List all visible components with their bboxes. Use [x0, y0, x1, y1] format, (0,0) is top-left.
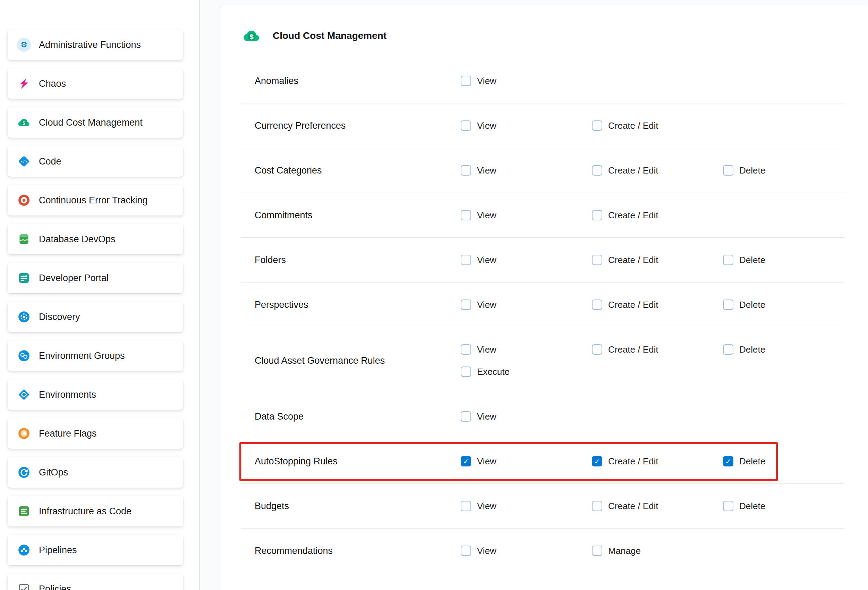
permission-delete[interactable]: Delete [723, 164, 854, 177]
resource-name: Cost Categories [241, 164, 461, 177]
permission-options: View [461, 75, 854, 87]
permission-view[interactable]: View [461, 164, 592, 177]
checkbox-view[interactable] [461, 546, 471, 556]
checkbox-manage[interactable] [592, 546, 602, 556]
checkbox-delete[interactable] [723, 165, 734, 176]
checkbox-execute[interactable] [461, 367, 471, 377]
sidebar-item-database-devops[interactable]: Database DevOps [7, 224, 183, 254]
checkbox-view[interactable] [461, 501, 471, 511]
checkbox-delete[interactable] [723, 255, 734, 265]
permission-manage[interactable]: Manage [592, 544, 723, 557]
resource-name: AutoStopping Rules [241, 455, 461, 467]
permission-delete[interactable]: Delete [723, 343, 854, 356]
checkbox-delete[interactable] [723, 344, 734, 355]
sidebar-item-infrastructure-as-code[interactable]: Infrastructure as Code [7, 496, 183, 526]
policies-icon [17, 582, 31, 590]
permission-view[interactable]: View [461, 343, 592, 356]
sidebar-item-feature-flags[interactable]: Feature Flags [7, 418, 183, 449]
permission-view[interactable]: View [461, 209, 592, 222]
permission-view[interactable]: View [461, 544, 592, 557]
permission-options: ViewCreate / EditDeleteExecute [461, 343, 854, 378]
sidebar-item-label: Chaos [39, 78, 66, 89]
resource-name: Perspectives [241, 299, 461, 311]
permission-create-edit[interactable]: Create / Edit [592, 120, 723, 132]
permission-label: Create / Edit [608, 209, 658, 222]
resource-name: Cloud Asset Governance Rules [241, 354, 461, 367]
permission-create-edit[interactable]: Create / Edit [592, 500, 723, 512]
checkbox-create-edit[interactable] [592, 255, 602, 265]
checkbox-view[interactable] [461, 255, 471, 265]
checkbox-create-edit[interactable] [592, 210, 602, 220]
checkbox-view[interactable] [461, 300, 471, 310]
checkbox-view[interactable] [461, 411, 471, 422]
permission-options: ViewCreate / EditDelete [461, 455, 854, 467]
sidebar-item-continuous-error-tracking[interactable]: Continuous Error Tracking [7, 185, 183, 216]
sidebar-item-pipelines[interactable]: Pipelines [7, 535, 183, 565]
permission-create-edit[interactable]: Create / Edit [592, 254, 723, 266]
sidebar-item-environment-groups[interactable]: Environment Groups [7, 340, 183, 371]
permission-create-edit[interactable]: Create / Edit [592, 299, 723, 311]
permission-options: ViewCreate / Edit [461, 209, 854, 222]
sidebar-item-label: Database DevOps [39, 234, 115, 245]
permission-label: Create / Edit [608, 343, 658, 356]
permission-row-autostopping-rules: AutoStopping RulesViewCreate / EditDelet… [241, 439, 844, 484]
sidebar-item-discovery[interactable]: Discovery [7, 302, 183, 332]
sidebar-item-developer-portal[interactable]: Developer Portal [7, 263, 183, 293]
sidebar-item-administrative-functions[interactable]: ⚙Administrative Functions [7, 30, 183, 60]
permission-create-edit[interactable]: Create / Edit [592, 455, 723, 467]
permission-label: View [477, 75, 496, 87]
sidebar-item-gitops[interactable]: GitOps [7, 457, 183, 488]
permission-delete[interactable]: Delete [723, 299, 854, 311]
checkbox-create-edit[interactable] [592, 456, 602, 466]
permission-row-currency-preferences: Currency PreferencesViewCreate / Edit [241, 104, 844, 148]
checkbox-create-edit[interactable] [592, 165, 602, 176]
checkbox-view[interactable] [461, 75, 471, 86]
sidebar-item-label: Continuous Error Tracking [39, 195, 148, 206]
sidebar-item-cloud-cost-management[interactable]: $Cloud Cost Management [7, 107, 183, 138]
permission-options: ViewCreate / EditDelete [461, 254, 854, 266]
permission-view[interactable]: View [461, 500, 592, 512]
permission-execute[interactable]: Execute [461, 365, 592, 378]
permission-view[interactable]: View [461, 75, 592, 87]
sidebar-item-code[interactable]: </>Code [7, 146, 183, 177]
checkbox-view[interactable] [461, 456, 471, 466]
permission-view[interactable]: View [461, 254, 592, 266]
permission-delete[interactable]: Delete [723, 254, 854, 266]
permission-label: View [477, 500, 496, 512]
permission-row-commitments: CommitmentsViewCreate / Edit [241, 193, 844, 238]
permission-create-edit[interactable]: Create / Edit [592, 343, 723, 356]
permission-view[interactable]: View [461, 120, 592, 132]
checkbox-view[interactable] [461, 165, 471, 176]
permission-view[interactable]: View [461, 299, 592, 311]
sidebar-item-policies[interactable]: Policies [7, 574, 183, 590]
checkbox-delete[interactable] [723, 300, 734, 310]
permission-label: Create / Edit [608, 120, 658, 132]
permission-row-data-scope: Data ScopeView [241, 394, 844, 439]
checkbox-view[interactable] [461, 344, 471, 355]
permission-view[interactable]: View [461, 455, 592, 467]
permission-options: ViewCreate / EditDelete [461, 500, 854, 512]
checkbox-view[interactable] [461, 120, 471, 131]
checkbox-create-edit[interactable] [592, 300, 602, 310]
permission-create-edit[interactable]: Create / Edit [592, 164, 723, 177]
sidebar-item-chaos[interactable]: Chaos [7, 68, 183, 99]
permissions-card: $ Cloud Cost Management AnomaliesViewCur… [220, 5, 868, 590]
sidebar-item-label: GitOps [39, 467, 68, 478]
checkbox-view[interactable] [461, 210, 471, 220]
permission-create-edit[interactable]: Create / Edit [592, 209, 723, 222]
feature-flags-icon [17, 427, 31, 441]
svg-text:$: $ [22, 120, 26, 126]
permission-delete[interactable]: Delete [723, 500, 854, 512]
permission-label: View [477, 209, 496, 222]
permission-view[interactable]: View [461, 410, 592, 423]
checkbox-create-edit[interactable] [592, 344, 602, 355]
checkbox-delete[interactable] [723, 501, 734, 511]
checkbox-create-edit[interactable] [592, 120, 602, 131]
chaos-icon [17, 77, 31, 90]
sidebar-item-label: Feature Flags [39, 428, 97, 439]
checkbox-create-edit[interactable] [592, 501, 602, 511]
checkbox-delete[interactable] [723, 456, 734, 466]
permission-label: View [477, 254, 496, 266]
permission-delete[interactable]: Delete [723, 455, 854, 467]
sidebar-item-environments[interactable]: Environments [7, 379, 183, 410]
